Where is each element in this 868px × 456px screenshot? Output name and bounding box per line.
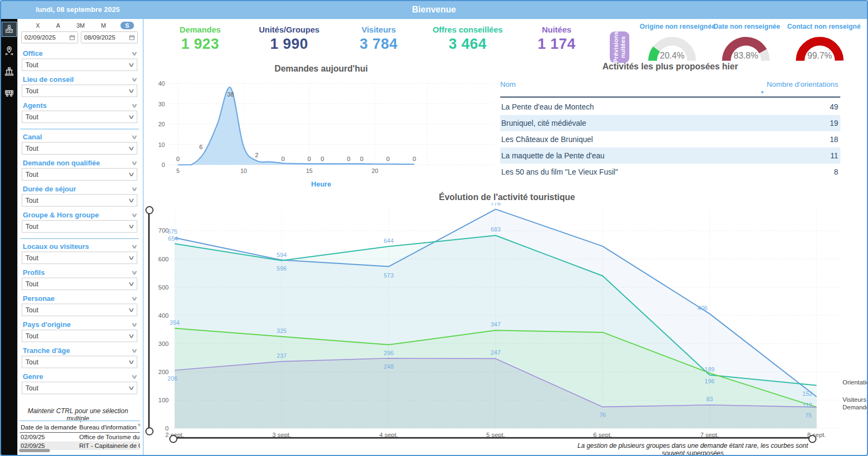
filter-label-text: Pays d'origine	[23, 320, 71, 329]
filter-dropdown[interactable]: Tout∨	[22, 220, 137, 233]
chevron-down-icon[interactable]: ∨	[131, 160, 137, 166]
nav-item-map[interactable]	[2, 43, 17, 59]
chevron-down-icon[interactable]: ∨	[131, 186, 137, 192]
filter-tranche-d-ge: Tranche d'âge∨Tout∨	[22, 345, 137, 368]
mini-table-row[interactable]: 02/09/25Office de Tourisme du	[20, 433, 140, 442]
chevron-down-icon[interactable]: ∨	[131, 322, 137, 327]
filter-genre: Genre∨Tout∨	[22, 371, 137, 394]
requests-mini-table: Date de la demandeBureau d'information 0…	[20, 420, 140, 450]
chevron-down-icon: ∨	[127, 332, 135, 339]
filter-label: Office∨	[22, 48, 137, 59]
filter-lieu-de-conseil: Lieu de conseil∨Tout∨	[22, 74, 137, 97]
filter-dropdown[interactable]: Tout∨	[22, 85, 137, 97]
y-range-slider-top-handle[interactable]	[145, 206, 154, 214]
filter-list: Office∨Tout∨Lieu de conseil∨Tout∨Agents∨…	[20, 46, 139, 400]
kpi-value: 1 174	[505, 36, 608, 53]
filter-label: Demande non qualifiée∨	[22, 158, 137, 168]
filter-group-2: Canal∨Tout∨Demande non qualifiée∨Tout∨Du…	[20, 129, 139, 238]
filter-dropdown[interactable]: Tout∨	[22, 252, 137, 264]
svg-text:325: 325	[277, 327, 286, 334]
activity-row[interactable]: La Pente d'eau de Montech49	[500, 99, 840, 115]
svg-text:247: 247	[490, 349, 500, 356]
activity-row[interactable]: Les 50 ans du film "Le Vieux Fusil"8	[500, 164, 840, 180]
activity-row[interactable]: Les Châteaux de Bruniquel18	[500, 131, 840, 147]
mini-table-scrollbar[interactable]	[138, 423, 141, 426]
filter-dropdown[interactable]: Tout∨	[22, 142, 137, 155]
mini-col-header[interactable]: Bureau d'information	[78, 423, 140, 433]
svg-text:0: 0	[321, 156, 324, 162]
svg-text:596: 596	[277, 265, 286, 272]
info-office-icon	[3, 66, 15, 78]
kpi-nuit-es: Nuitées1 174	[505, 25, 608, 53]
chevron-down-icon[interactable]: ∨	[131, 50, 137, 56]
filter-dropdown[interactable]: Tout∨	[22, 304, 137, 316]
kpi-value: 1 923	[149, 36, 252, 53]
date-from-value: 02/09/2025	[24, 34, 56, 41]
chevron-down-icon: ∨	[127, 384, 135, 391]
kpi-value: 3 784	[327, 36, 430, 53]
nav-item-carriage[interactable]	[2, 85, 17, 100]
chevron-down-icon[interactable]: ∨	[131, 134, 137, 140]
filter-dropdown[interactable]: Tout∨	[22, 168, 137, 181]
sort-desc-icon[interactable]: ▼	[760, 90, 764, 95]
filter-label-text: Durée de séjour	[23, 185, 76, 193]
x-range-slider-track[interactable]	[174, 437, 812, 439]
svg-text:0: 0	[308, 156, 311, 162]
previsions-nuitees-button[interactable]: Prévisions nuitées	[610, 31, 629, 63]
period-toggle-m[interactable]: M	[99, 22, 108, 29]
activities-title: Activités les plus proposées hier	[500, 62, 840, 72]
svg-text:15: 15	[306, 168, 312, 174]
chevron-down-icon[interactable]: ∨	[131, 374, 137, 380]
x-range-slider-left-handle[interactable]	[169, 435, 177, 443]
filter-label-text: Lieu de conseil	[23, 75, 74, 84]
chevron-down-icon[interactable]: ∨	[131, 243, 137, 249]
svg-text:0: 0	[176, 156, 180, 162]
filter-dropdown[interactable]: Tout∨	[22, 330, 137, 342]
filter-dropdown-value: Tout	[25, 384, 39, 392]
chevron-down-icon[interactable]: ∨	[131, 296, 137, 301]
nav-item-agent-desk[interactable]	[2, 22, 17, 37]
filter-dropdown[interactable]: Tout∨	[22, 111, 137, 123]
period-toggle-x[interactable]: X	[34, 22, 42, 29]
kpi-label: Visiteurs	[327, 25, 430, 34]
mini-col-header[interactable]: Date de la demande	[20, 423, 78, 433]
svg-text:0: 0	[281, 156, 284, 162]
calendar-icon	[69, 35, 75, 40]
svg-text:40: 40	[158, 80, 165, 87]
chevron-down-icon[interactable]: ∨	[131, 102, 137, 108]
filter-dropdown[interactable]: Tout∨	[22, 194, 137, 207]
period-toggle-a[interactable]: A	[54, 22, 62, 29]
date-from-input[interactable]: 02/09/2025	[21, 31, 78, 43]
filter-dropdown[interactable]: Tout∨	[22, 356, 137, 368]
chevron-down-icon: ∨	[127, 223, 135, 230]
filter-label: Agents∨	[22, 100, 137, 111]
filter-label: Profils∨	[22, 267, 137, 278]
kpi-value: 3 464	[416, 36, 519, 53]
svg-text:83: 83	[706, 396, 713, 402]
filter-dropdown-value: Tout	[25, 113, 39, 121]
filter-dropdown-value: Tout	[25, 87, 39, 95]
chevron-down-icon[interactable]: ∨	[131, 212, 137, 218]
chevron-down-icon[interactable]: ∨	[131, 76, 137, 82]
filter-dropdown[interactable]: Tout∨	[22, 382, 137, 394]
activity-row[interactable]: Bruniquel, cité médiévale19	[500, 115, 840, 131]
y-range-slider-bottom-handle[interactable]	[145, 427, 154, 435]
y-range-slider-track[interactable]	[148, 211, 150, 429]
filter-dropdown-value: Tout	[25, 306, 39, 314]
chevron-down-icon[interactable]: ∨	[131, 269, 137, 275]
activities-col-count[interactable]: Nombre d'orientations	[767, 80, 838, 88]
svg-text:206: 206	[168, 375, 177, 382]
nav-item-office[interactable]	[2, 64, 17, 79]
period-toggle-3m[interactable]: 3M	[74, 22, 87, 29]
filter-dropdown[interactable]: Tout∨	[22, 59, 137, 71]
activities-col-name[interactable]: Nom	[500, 80, 516, 88]
chevron-down-icon[interactable]: ∨	[131, 348, 137, 354]
page-title: Bienvenue	[1, 5, 867, 15]
activity-row[interactable]: La maquette de la Pente d'eau11	[500, 147, 840, 164]
mini-table-hscroll-thumb[interactable]	[19, 449, 50, 452]
activity-count: 8	[834, 168, 838, 176]
period-toggle-s[interactable]: S	[120, 22, 134, 29]
svg-text:152: 152	[802, 390, 812, 397]
filter-dropdown[interactable]: Tout∨	[22, 278, 137, 290]
date-to-input[interactable]: 08/09/2025	[81, 31, 138, 43]
